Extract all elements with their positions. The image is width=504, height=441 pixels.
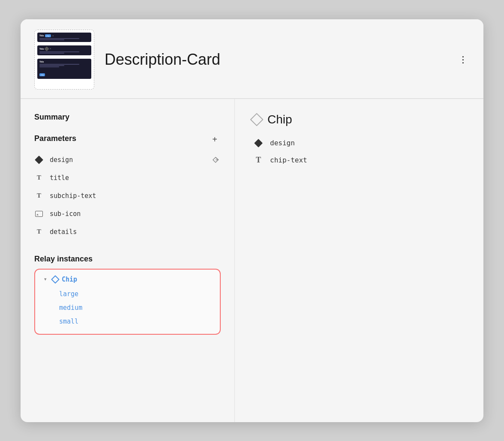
- parameter-list: design T: [34, 151, 221, 241]
- parameters-section: Parameters + design: [34, 134, 221, 241]
- param-design[interactable]: design: [34, 151, 221, 169]
- right-diamond-filled-icon: [254, 138, 263, 148]
- t-icon-subchip: T: [34, 191, 44, 201]
- param-design-label: design: [50, 156, 221, 164]
- relay-instances-box: ▾ Chip large medium small: [34, 269, 221, 335]
- summary-heading: Summary: [34, 113, 221, 122]
- diamond-filled-icon: [34, 155, 44, 165]
- svg-line-1: [216, 157, 219, 160]
- menu-button[interactable]: ⋮: [456, 53, 470, 66]
- param-title-label: title: [50, 174, 221, 182]
- page-title: Description-Card: [105, 51, 446, 69]
- param-subchip-text-label: subchip-text: [50, 192, 221, 200]
- thumbnail-preview: Title chip ✕ Title ✕: [34, 30, 94, 90]
- left-panel: Summary Parameters + design: [21, 99, 235, 422]
- right-t-icon: T: [254, 156, 263, 165]
- param-design-arrow[interactable]: [210, 155, 221, 165]
- right-panel: Chip design T chip-text: [235, 99, 483, 422]
- relay-sub-item-small[interactable]: small: [59, 315, 213, 328]
- param-subchip-text[interactable]: T subchip-text: [34, 187, 221, 205]
- diamond-outline-icon: [51, 275, 60, 284]
- relay-chip-label: Chip: [62, 276, 77, 283]
- main-card: Title chip ✕ Title ✕: [21, 19, 483, 422]
- right-param-design-label: design: [270, 139, 295, 147]
- param-details-label: details: [50, 228, 221, 236]
- relay-sub-item-medium[interactable]: medium: [59, 301, 213, 314]
- right-param-chip-text: T chip-text: [254, 156, 466, 165]
- relay-sub-items: large medium small: [42, 288, 213, 328]
- main-content: Summary Parameters + design: [21, 99, 483, 422]
- right-param-design: design: [254, 138, 466, 148]
- right-chip-title: Chip: [267, 113, 292, 126]
- right-chip-header: Chip: [252, 113, 466, 126]
- summary-section: Summary: [34, 113, 221, 123]
- image-icon-sub-icon: [34, 209, 44, 219]
- diamond-outline-large-icon: [250, 113, 263, 126]
- parameters-heading: Parameters: [34, 134, 76, 143]
- header: Title chip ✕ Title ✕: [21, 19, 483, 99]
- param-title[interactable]: T title: [34, 169, 221, 187]
- param-sub-icon-label: sub-icon: [50, 210, 221, 218]
- param-sub-icon[interactable]: sub-icon: [34, 205, 221, 223]
- t-icon-details: T: [34, 227, 44, 237]
- right-param-chip-text-label: chip-text: [270, 156, 307, 164]
- relay-instances-section: Relay instances ▾ Chip large medium smal…: [34, 255, 221, 335]
- right-param-list: design T chip-text: [252, 138, 466, 165]
- chevron-down-icon[interactable]: ▾: [42, 276, 49, 283]
- relay-chip-header[interactable]: ▾ Chip: [42, 276, 213, 283]
- relay-instances-heading: Relay instances: [34, 255, 221, 264]
- add-parameter-button[interactable]: +: [209, 134, 221, 146]
- relay-sub-item-large[interactable]: large: [59, 288, 213, 300]
- param-details[interactable]: T details: [34, 223, 221, 241]
- t-icon-title: T: [34, 173, 44, 183]
